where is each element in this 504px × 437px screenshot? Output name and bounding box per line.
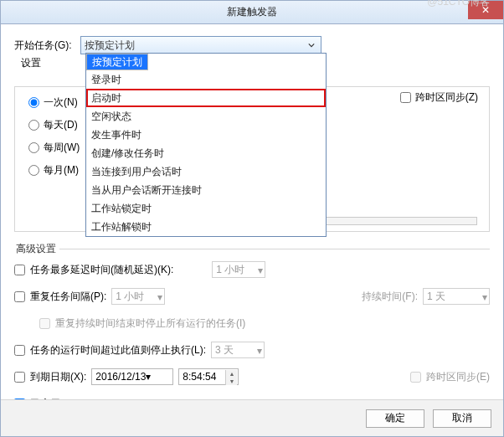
dropdown-option[interactable]: 工作站锁定时	[86, 199, 326, 218]
stop-longer-label: 任务的运行时间超过此值则停止执行(L):	[30, 343, 206, 357]
watermark: @51CTO博客	[427, 0, 490, 9]
dialog-title: 新建触发器	[227, 5, 277, 19]
expire-date-value: 2016/12/13	[95, 371, 146, 383]
delay-value: 1 小时	[216, 263, 244, 277]
chevron-down-icon: ▾	[258, 265, 263, 276]
expire-tz-label: 跨时区同步(E)	[426, 370, 490, 384]
cross-tz-sync[interactable]: 跨时区同步(Z)	[397, 90, 478, 105]
stop-at-end-label: 重复持续时间结束时停止所有运行的任务(I)	[55, 316, 245, 331]
dropdown-option[interactable]: 登录时	[86, 70, 326, 89]
ok-button[interactable]: 确定	[366, 409, 424, 428]
chevron-down-icon: ▾	[482, 291, 487, 303]
cancel-button[interactable]: 取消	[433, 409, 491, 428]
dropdown-option[interactable]: 当连接到用户会话时	[86, 162, 326, 181]
radio-weekly[interactable]: 每周(W)	[28, 141, 80, 155]
chevron-down-icon: ▾	[157, 291, 162, 303]
expire-time-value: 8:54:54	[183, 371, 216, 383]
expire-time-input[interactable]: 8:54:54 ▲▼	[178, 368, 239, 385]
duration-label: 持续时间(F):	[362, 290, 418, 304]
spin-down-icon[interactable]: ▼	[225, 378, 237, 385]
repeat-label: 重复任务间隔(P):	[30, 290, 106, 304]
cross-tz-checkbox[interactable]	[400, 92, 411, 103]
advanced-settings-label: 高级设置	[16, 242, 56, 256]
begin-task-label: 开始任务(G):	[14, 39, 72, 53]
dropdown-option[interactable]: 工作站解锁时	[86, 218, 326, 236]
radio-monthly-input[interactable]	[28, 165, 39, 176]
new-trigger-dialog: 新建触发器 ✕ 开始任务(G): 按预定计划 设置 按预定计划 登录时 启动时 …	[0, 0, 504, 437]
expire-date-input[interactable]: 2016/12/13 ▾	[91, 368, 173, 385]
dialog-footer: 确定 取消	[1, 399, 503, 436]
expire-label: 到期日期(X):	[30, 370, 86, 384]
spin-up-icon[interactable]: ▲	[225, 370, 237, 378]
dropdown-option[interactable]: 创建/修改任务时	[86, 144, 326, 162]
radio-monthly-label: 每月(M)	[44, 163, 79, 177]
radio-daily-label: 每天(D)	[44, 118, 78, 132]
radio-once-input[interactable]	[28, 97, 39, 108]
expire-checkbox[interactable]	[14, 372, 25, 383]
calendar-chevron-icon: ▾	[146, 371, 151, 383]
radio-weekly-input[interactable]	[28, 142, 39, 153]
radio-daily[interactable]: 每天(D)	[28, 118, 80, 132]
radio-daily-input[interactable]	[28, 120, 39, 131]
stop-longer-checkbox[interactable]	[14, 345, 25, 356]
chevron-down-icon	[306, 39, 317, 51]
delay-checkbox[interactable]	[14, 265, 25, 275]
duration-value: 1 天	[427, 290, 445, 304]
begin-task-value: 按预定计划	[85, 39, 135, 53]
dropdown-option[interactable]: 发生事件时	[86, 126, 326, 144]
repeat-select[interactable]: 1 小时 ▾	[111, 288, 165, 305]
dropdown-option[interactable]: 启动时	[86, 89, 326, 107]
radio-once-label: 一次(N)	[44, 95, 78, 110]
radio-once[interactable]: 一次(N)	[28, 95, 80, 110]
repeat-checkbox[interactable]	[14, 291, 25, 302]
dropdown-option[interactable]: 空闲状态	[86, 107, 326, 126]
radio-weekly-label: 每周(W)	[44, 141, 80, 155]
begin-task-combobox[interactable]: 按预定计划	[80, 36, 321, 54]
advanced-divider	[59, 249, 490, 249]
stop-longer-select[interactable]: 3 天 ▾	[211, 342, 265, 358]
stop-longer-value: 3 天	[215, 343, 234, 357]
dropdown-option[interactable]: 当从用户会话断开连接时	[86, 181, 326, 199]
expire-tz-checkbox	[410, 372, 421, 383]
time-spinner[interactable]: ▲▼	[225, 370, 237, 385]
delay-label: 任务最多延迟时间(随机延迟)(K):	[30, 263, 173, 277]
cross-tz-label: 跨时区同步(Z)	[415, 90, 478, 105]
chevron-down-icon: ▾	[257, 345, 262, 357]
duration-select[interactable]: 1 天 ▾	[423, 288, 490, 305]
radio-monthly[interactable]: 每月(M)	[28, 163, 80, 177]
dropdown-option[interactable]: 按预定计划	[86, 54, 148, 70]
begin-task-dropdown-list[interactable]: 按预定计划 登录时 启动时 空闲状态 发生事件时 创建/修改任务时 当连接到用户…	[85, 53, 327, 237]
settings-label: 设置	[21, 56, 41, 70]
stop-at-end-checkbox	[39, 318, 50, 329]
delay-select[interactable]: 1 小时 ▾	[212, 261, 265, 278]
repeat-value: 1 小时	[116, 290, 144, 304]
